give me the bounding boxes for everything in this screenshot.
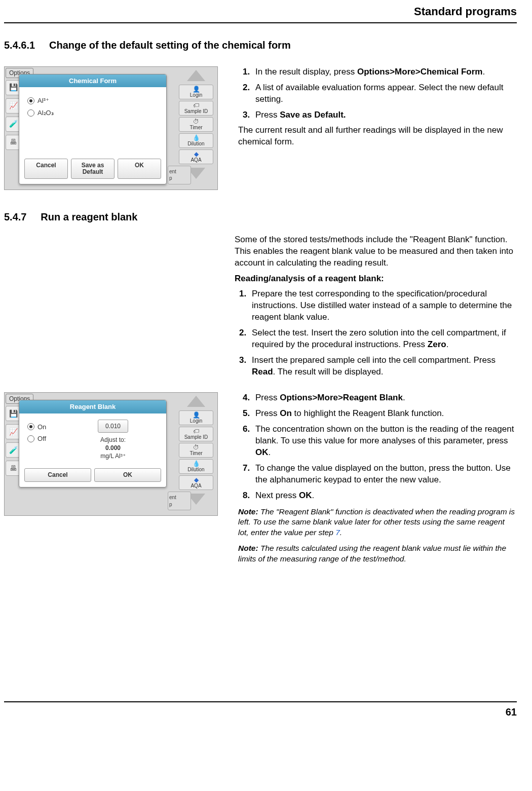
cancel-button[interactable]: Cancel (24, 468, 91, 482)
step: Insert the prepared sample cell into the… (249, 355, 517, 378)
timer-button: ⏱Timer (179, 443, 213, 458)
steps-list-1: In the result display, press Options>Mor… (238, 66, 517, 121)
save-as-default-button[interactable]: Save as Default (71, 159, 115, 178)
reagent-blank-dialog: Reagent Blank On Off 0.010 (19, 400, 167, 487)
step-link-7[interactable]: 7 (335, 528, 340, 537)
section-title: Change of the default setting of the che… (49, 40, 291, 51)
sample-id-button: 🏷Sample ID (179, 101, 213, 116)
ok-button[interactable]: OK (118, 159, 161, 178)
arrow-up-icon (187, 70, 205, 81)
steps-list-2b: Press Options>More>Reagent Blank. Press … (238, 392, 517, 502)
step: Press Options>More>Reagent Blank. (252, 392, 517, 404)
section-heading-2: 5.4.7 Run a reagent blank (4, 210, 517, 224)
step: Select the test. Insert the zero solutio… (249, 327, 517, 351)
dialog-title: Chemical Form (19, 74, 166, 88)
radio-unselected-icon (27, 435, 34, 442)
section-number: 5.4.7 (4, 211, 26, 222)
radio-al3[interactable]: Al³⁺ (27, 96, 158, 105)
step: To change the value displayed on the but… (252, 463, 517, 486)
step: Prepare the test corresponding to the sp… (249, 288, 517, 323)
login-button: 👤Login (179, 85, 213, 99)
dilution-button: 💧Dilution (179, 459, 213, 474)
radio-selected-icon (27, 97, 34, 104)
ok-button[interactable]: OK (94, 468, 161, 482)
right-sidebar: 👤Login 🏷Sample ID ⏱Timer 💧Dilution ◆AQA (178, 396, 214, 505)
unit-label: mg/L Al³⁺ (68, 452, 158, 460)
step: The concentration shown on the button is… (252, 424, 517, 459)
intro-paragraph: Some of the stored tests/methods include… (235, 234, 517, 269)
right-sidebar: 👤Login 🏷Sample ID ⏱Timer 💧Dilution ◆AQA (178, 70, 214, 179)
aqa-button: ◆AQA (179, 149, 213, 164)
timer-button: ⏱Timer (179, 117, 213, 132)
cancel-button[interactable]: Cancel (24, 159, 68, 178)
note-2: Note: The results calculated using the r… (238, 543, 517, 564)
running-header: Standard programs (4, 0, 517, 23)
login-button: 👤Login (179, 410, 213, 425)
screenshot-reagent-blank: Options 💾 📈 🧪 🖶 👤Login 🏷Sample ID ⏱Timer… (4, 392, 218, 516)
step: Press Save as Default. (252, 109, 517, 121)
adjust-label: Adjust to: (68, 436, 158, 444)
step: Press On to highlight the Reagent Blank … (252, 408, 517, 420)
screenshot-chemical-form: Options 💾 📈 🧪 🖶 👤Login 🏷Sample ID ⏱Timer… (4, 66, 218, 190)
radio-unselected-icon (27, 109, 34, 117)
step: A list of available evaluation forms app… (252, 82, 517, 105)
trail-paragraph: The current result and all further readi… (238, 125, 517, 148)
step: In the result display, press Options>Mor… (252, 66, 517, 78)
radio-on[interactable]: On (27, 423, 58, 432)
note-1: Note: The "Reagent Blank" function is de… (238, 507, 517, 539)
bg-partial-button: ent p (168, 166, 191, 184)
radio-selected-icon (27, 423, 34, 430)
arrow-up-icon (187, 396, 205, 407)
aqa-button: ◆AQA (179, 475, 213, 490)
radio-off[interactable]: Off (27, 434, 58, 443)
sample-id-button: 🏷Sample ID (179, 427, 213, 441)
bg-partial-button: ent p (168, 492, 191, 510)
subheading: Reading/analysis of a reagent blank: (235, 273, 517, 285)
chemical-form-dialog: Chemical Form Al³⁺ Al₂O₃ Cancel Save as … (19, 74, 167, 184)
section-title: Run a reagent blank (41, 211, 137, 222)
section-number: 5.4.6.1 (4, 40, 35, 51)
section-heading-1: 5.4.6.1 Change of the default setting of… (4, 39, 517, 52)
step: Next press OK. (252, 490, 517, 502)
value-button[interactable]: 0.010 (98, 420, 128, 433)
dilution-button: 💧Dilution (179, 133, 213, 148)
page-number: 61 (4, 701, 517, 719)
steps-list-2a: Prepare the test corresponding to the sp… (235, 288, 517, 378)
radio-al2o3[interactable]: Al₂O₃ (27, 108, 158, 118)
adjust-value: 0.000 (68, 444, 158, 452)
dialog-title: Reagent Blank (19, 400, 166, 413)
